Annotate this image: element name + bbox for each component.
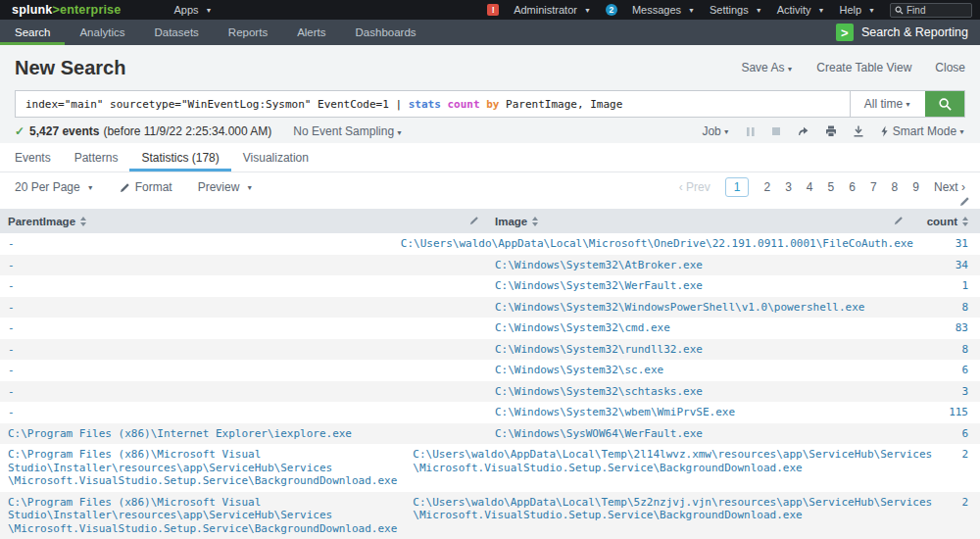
cell-count[interactable]: 8 <box>911 339 980 361</box>
event-count: 5,427 events <box>29 124 99 138</box>
cell-image[interactable]: C:\Windows\System32\cmd.exe <box>487 318 911 339</box>
cell-parentimage[interactable]: - <box>0 360 487 381</box>
event-sampling-menu[interactable]: No Event Sampling▼ <box>293 124 403 138</box>
cell-parentimage[interactable]: - <box>0 381 487 403</box>
save-as-button[interactable]: Save As▼ <box>741 61 793 74</box>
edit-column-pencil-icon[interactable] <box>894 216 904 227</box>
export-button[interactable] <box>853 125 864 137</box>
cell-image[interactable]: C:\Windows\System32\rundll32.exe <box>487 339 911 361</box>
app-nav-tab-analytics[interactable]: Analytics <box>65 20 139 45</box>
app-name[interactable]: Search & Reporting <box>861 25 968 39</box>
page-button-2[interactable]: 2 <box>763 180 770 194</box>
search-mode-label: Smart Mode <box>893 124 956 138</box>
result-tab-statistics[interactable]: Statistics (178) <box>129 143 230 172</box>
format-menu[interactable]: Format <box>120 180 172 194</box>
column-header-image[interactable]: Image <box>487 216 911 227</box>
cell-image[interactable]: C:\Users\waldo\AppData\Local\Temp\5z2nzj… <box>405 492 940 526</box>
find-box[interactable] <box>890 3 972 18</box>
page-button-3[interactable]: 3 <box>785 180 792 194</box>
cell-count[interactable]: 2 <box>940 444 980 466</box>
column-header-parentimage[interactable]: ParentImage <box>0 216 487 227</box>
preview-menu[interactable]: Preview▼ <box>198 180 254 194</box>
app-nav-tab-datasets[interactable]: Datasets <box>139 20 213 45</box>
edit-column-pencil-icon[interactable] <box>469 216 479 227</box>
close-button[interactable]: Close <box>935 61 965 74</box>
result-tab-patterns[interactable]: Patterns <box>63 143 130 172</box>
cell-parentimage[interactable]: - <box>0 318 487 339</box>
create-table-view-button[interactable]: Create Table View <box>816 61 911 74</box>
share-button[interactable] <box>797 125 809 137</box>
cell-count[interactable]: 6 <box>911 360 980 381</box>
per-page-menu[interactable]: 20 Per Page▼ <box>15 180 94 194</box>
stop-button[interactable] <box>771 126 781 136</box>
sort-icon[interactable] <box>532 217 538 226</box>
time-range-picker[interactable]: All time▼ <box>850 91 925 117</box>
cell-image[interactable]: C:\Users\waldo\AppData\Local\Microsoft\O… <box>393 233 921 255</box>
cell-count[interactable]: 3 <box>911 381 980 403</box>
job-menu[interactable]: Job▼ <box>702 124 729 138</box>
app-nav-tab-dashboards[interactable]: Dashboards <box>341 20 431 45</box>
job-status-row: ✓ 5,427 events (before 11/9/22 2:25:34.0… <box>15 118 965 143</box>
activity-menu[interactable]: Activity▼ <box>777 4 825 16</box>
cell-parentimage[interactable]: - <box>0 297 487 318</box>
page-button-7[interactable]: 7 <box>870 180 877 194</box>
cell-parentimage[interactable]: - <box>0 233 393 255</box>
pause-button[interactable] <box>746 126 756 137</box>
alert-badge[interactable]: ! <box>487 4 499 16</box>
cell-count[interactable]: 8 <box>911 297 980 318</box>
result-tab-visualization[interactable]: Visualization <box>231 143 320 172</box>
apps-menu[interactable]: Apps▼ <box>173 4 212 16</box>
sort-icon[interactable] <box>962 217 968 226</box>
cell-image[interactable]: C:\Windows\SysWOW64\WerFault.exe <box>487 423 911 445</box>
app-nav-tab-search[interactable]: Search <box>0 20 65 45</box>
cell-image[interactable]: C:\Windows\System32\AtBroker.exe <box>487 255 911 276</box>
print-button[interactable] <box>825 125 837 137</box>
cell-parentimage[interactable]: - <box>0 255 487 276</box>
cell-count[interactable]: 83 <box>911 318 980 339</box>
page-button-8[interactable]: 8 <box>892 180 899 194</box>
cell-count[interactable]: 2 <box>940 492 980 514</box>
cell-count[interactable]: 34 <box>911 255 980 276</box>
cell-count[interactable]: 115 <box>911 402 980 423</box>
table-row: -C:\Windows\System32\WerFault.exe1 <box>0 275 980 297</box>
app-nav-tab-alerts[interactable]: Alerts <box>282 20 340 45</box>
cell-image[interactable]: C:\Windows\System32\schtasks.exe <box>487 381 911 403</box>
search-button[interactable] <box>925 91 964 117</box>
search-query-input[interactable]: index="main" sourcetype="WinEventLog:Sys… <box>16 91 850 117</box>
cell-image[interactable]: C:\Users\waldo\AppData\Local\Temp\2l14lw… <box>405 444 940 478</box>
settings-menu[interactable]: Settings▼ <box>710 4 762 16</box>
page-button-9[interactable]: 9 <box>912 180 919 194</box>
app-nav-tab-reports[interactable]: Reports <box>214 20 282 45</box>
cell-parentimage[interactable]: - <box>0 402 487 423</box>
cell-image[interactable]: C:\Windows\System32\WindowsPowerShell\v1… <box>487 297 911 318</box>
page-button-6[interactable]: 6 <box>849 180 856 194</box>
page-button-1[interactable]: 1 <box>725 177 750 197</box>
cell-parentimage[interactable]: C:\Program Files (x86)\Microsoft Visual … <box>0 492 405 539</box>
cell-image[interactable]: C:\Windows\System32\WerFault.exe <box>487 275 911 297</box>
cell-image[interactable]: C:\Windows\System32\wbem\WmiPrvSE.exe <box>487 402 911 423</box>
cell-count[interactable]: 6 <box>911 423 980 445</box>
cell-image[interactable]: C:\Windows\System32\sc.exe <box>487 360 911 381</box>
next-page-button[interactable]: Next › <box>934 180 965 194</box>
page-button-5[interactable]: 5 <box>828 180 835 194</box>
cell-count[interactable]: 31 <box>921 233 980 255</box>
app-icon: > <box>836 24 854 41</box>
cell-count[interactable]: 1 <box>911 275 980 297</box>
search-mode-menu[interactable]: Smart Mode▼ <box>880 124 965 138</box>
messages-menu[interactable]: Messages▼ <box>632 4 695 16</box>
help-menu[interactable]: Help▼ <box>839 4 875 16</box>
result-tab-events[interactable]: Events <box>3 143 63 172</box>
sort-icon[interactable] <box>80 217 86 226</box>
column-header-count[interactable]: count <box>911 216 980 227</box>
table-row: -C:\Windows\System32\sc.exe6 <box>0 360 980 381</box>
cell-parentimage[interactable]: - <box>0 275 487 297</box>
prev-page-button[interactable]: ‹ Prev <box>679 180 710 194</box>
cell-parentimage[interactable]: C:\Program Files (x86)\Internet Explorer… <box>0 423 487 445</box>
find-input[interactable] <box>906 5 965 16</box>
page-button-4[interactable]: 4 <box>807 180 813 194</box>
cell-parentimage[interactable]: C:\Program Files (x86)\Microsoft Visual … <box>0 444 405 492</box>
chevron-down-icon: ▼ <box>688 7 695 14</box>
user-menu[interactable]: Administrator▼ <box>514 4 591 16</box>
cell-parentimage[interactable]: - <box>0 339 487 361</box>
edit-table-pencil-icon[interactable] <box>959 193 970 211</box>
